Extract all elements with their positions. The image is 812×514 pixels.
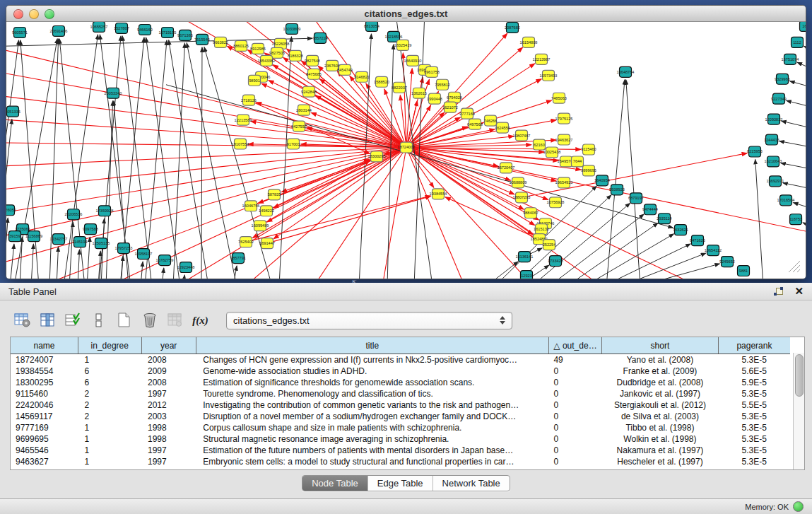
graph-node[interactable]: 16782759 [156, 255, 174, 266]
network-window-titlebar[interactable]: citations_edges.txt [6, 6, 806, 22]
graph-node[interactable]: 7515546 [194, 34, 210, 45]
resize-grip-icon[interactable] [789, 261, 800, 272]
graph-node[interactable]: 1990448 [427, 93, 442, 104]
graph-node[interactable]: 16210643 [765, 156, 782, 167]
graph-node[interactable]: 1624554 [495, 122, 510, 133]
graph-node[interactable]: 8475685 [306, 69, 322, 79]
select-rows-button[interactable] [64, 312, 83, 329]
vertical-scrollbar[interactable] [793, 353, 804, 469]
graph-node[interactable]: 8860125 [233, 40, 249, 51]
column-header[interactable]: pagerank [718, 337, 790, 354]
graph-node[interactable]: 6961758 [424, 66, 440, 77]
graph-node[interactable]: 9115460 [581, 144, 596, 155]
graph-node[interactable]: 10025438 [543, 147, 561, 158]
graph-node[interactable]: 62160 [534, 139, 546, 150]
graph-node[interactable]: 6879197 [628, 193, 644, 204]
graph-node[interactable]: 16033809 [283, 23, 301, 34]
graph-node[interactable]: 10655257 [90, 22, 108, 32]
table-row[interactable]: 911546021997Tourette syndrome. Phenomeno… [11, 388, 790, 399]
graph-node[interactable]: 8454749 [337, 64, 353, 75]
graph-node[interactable]: 9227349 [771, 93, 787, 104]
graph-node[interactable]: 6794028 [447, 92, 462, 103]
graph-node[interactable]: 12923448 [177, 262, 195, 273]
graph-node[interactable]: 17957253 [115, 243, 133, 254]
graph-node[interactable]: 19654923 [555, 177, 573, 188]
zoom-window-button[interactable] [45, 9, 54, 19]
delete-table-button[interactable] [140, 312, 159, 329]
graph-node[interactable]: 8186328 [288, 50, 303, 61]
graph-node[interactable]: 16958107 [135, 249, 153, 259]
graph-node[interactable]: 19463627 [555, 134, 573, 145]
graph-node[interactable]: 16046756 [242, 201, 260, 211]
graph-node[interactable]: 8813054 [364, 22, 379, 31]
graph-node[interactable]: 18724007 [398, 142, 416, 153]
graph-node[interactable]: 9857791 [230, 253, 246, 264]
close-panel-icon[interactable]: ✕ [794, 287, 804, 296]
graph-node[interactable]: 9671385 [177, 30, 193, 40]
graph-node[interactable]: 18107554 [232, 139, 249, 149]
graph-node[interactable]: 9777169 [459, 108, 475, 119]
graph-node[interactable]: 252254 [543, 240, 556, 250]
table-row[interactable]: 977716911998Corpus callosum shape and si… [11, 422, 790, 433]
graph-node[interactable]: 16720407 [498, 163, 515, 173]
graph-node[interactable]: 20691406 [50, 25, 68, 36]
function-builder-button[interactable]: f(x) [191, 312, 210, 329]
graph-node[interactable]: 8427552 [291, 121, 307, 132]
create-new-table-button[interactable] [114, 312, 134, 329]
graph-node[interactable]: 12923 [521, 271, 533, 279]
table-row[interactable]: 1456911722003Disruption of a novel membe… [11, 411, 790, 422]
import-table-button[interactable] [165, 312, 184, 329]
graph-node[interactable]: 9329966 [775, 74, 790, 84]
graph-node[interactable]: 7632621 [673, 225, 688, 235]
row-height-button[interactable] [89, 312, 108, 329]
column-header[interactable]: name [11, 337, 78, 354]
graph-node[interactable]: 16099489 [252, 221, 269, 231]
graph-node[interactable]: 8471626 [690, 235, 705, 246]
graph-node[interactable]: 8912985 [250, 43, 266, 54]
graph-node[interactable]: 10807487 [513, 130, 531, 141]
graph-node[interactable]: 16154808 [520, 37, 538, 47]
graph-node[interactable]: 9242848 [301, 86, 317, 97]
graph-node[interactable]: 10973493 [540, 70, 558, 81]
graph-node[interactable]: 18807293 [513, 192, 531, 203]
table-row[interactable]: 1830029562008Estimation of significance … [11, 377, 790, 388]
graph-node[interactable]: 9899695 [581, 165, 596, 176]
graph-node[interactable]: 1527807 [114, 23, 129, 33]
graph-node[interactable]: 12342757 [50, 234, 68, 245]
table-row[interactable]: 969969511998Structural magnetic resonanc… [11, 433, 790, 445]
graph-node[interactable]: 5938923 [609, 185, 625, 195]
graph-node[interactable]: 1621072 [442, 102, 458, 112]
graph-node[interactable]: 9146821 [354, 71, 370, 82]
show-columns-button[interactable] [38, 312, 57, 329]
graph-node[interactable]: 7857224 [312, 33, 328, 43]
column-header[interactable]: title [196, 337, 548, 354]
graph-node[interactable]: 1733426 [548, 256, 563, 267]
tab-node-table[interactable]: Node Table [302, 476, 367, 491]
scrollbar-thumb[interactable] [795, 354, 804, 397]
graph-node[interactable]: 1362615 [411, 88, 427, 98]
graph-node[interactable]: 9097588 [83, 224, 98, 235]
graph-node[interactable]: 6497568 [467, 119, 483, 129]
graph-node[interactable]: 917003 [287, 139, 300, 149]
column-header[interactable]: year [141, 337, 196, 354]
graph-node[interactable]: 15136141 [516, 252, 534, 262]
graph-node[interactable]: 17359928 [96, 206, 114, 216]
graph-node[interactable]: 10654112 [705, 245, 722, 256]
graph-node[interactable]: 16543382 [258, 55, 276, 66]
graph-node[interactable]: 164 [800, 22, 806, 31]
graph-node[interactable]: 1691447 [259, 238, 275, 249]
graph-node[interactable]: 1112 [792, 37, 804, 47]
graph-node[interactable]: 10756928 [547, 197, 565, 208]
graph-node[interactable]: 1588520 [374, 76, 389, 87]
graph-node[interactable]: 587835 [268, 189, 281, 200]
graph-node[interactable]: 10719195 [159, 27, 177, 37]
graph-node[interactable]: 9663822 [213, 37, 228, 47]
graph-node[interactable]: 2051335 [6, 106, 20, 117]
graph-node[interactable]: 17016504 [777, 195, 795, 206]
graph-node[interactable]: 9605571 [12, 27, 28, 37]
graph-node[interactable]: 16640910 [404, 55, 422, 66]
column-header[interactable]: short [602, 337, 719, 354]
graph-node[interactable]: 18325419 [394, 40, 412, 50]
graph-node[interactable]: 9827548 [305, 55, 320, 66]
graph-node[interactable]: 12213589 [235, 115, 252, 125]
